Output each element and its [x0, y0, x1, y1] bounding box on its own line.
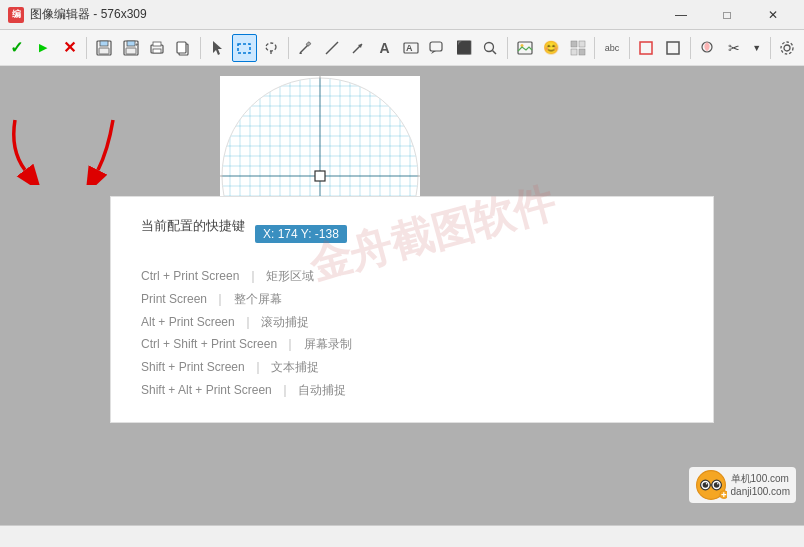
line-icon — [324, 40, 340, 56]
color-button[interactable] — [695, 34, 720, 62]
speech-button[interactable] — [425, 34, 450, 62]
settings-icon — [779, 40, 795, 56]
svg-rect-30 — [571, 41, 577, 47]
separator-7 — [690, 37, 691, 59]
svg-rect-9 — [153, 42, 161, 46]
crop-button[interactable] — [634, 34, 659, 62]
copy-button[interactable] — [171, 34, 196, 62]
svg-point-38 — [781, 42, 793, 54]
separator-8 — [770, 37, 771, 59]
svg-point-89 — [717, 483, 719, 485]
rect-select-icon — [236, 40, 252, 56]
rect-select-button[interactable] — [232, 34, 257, 62]
stamp-icon: ⬛ — [456, 40, 472, 55]
svg-marker-12 — [213, 41, 222, 55]
toolbar: ✓ ▶ ✕ + A A ⬛ 😊 — [0, 30, 804, 66]
close-button[interactable]: ✕ — [750, 0, 796, 30]
separator-5 — [594, 37, 595, 59]
svg-rect-1 — [100, 41, 108, 46]
mosaic-button[interactable] — [565, 34, 590, 62]
stamp-button[interactable]: ⬛ — [451, 34, 476, 62]
arrow-draw-icon — [350, 40, 366, 56]
emoji-icon: 😊 — [543, 40, 559, 55]
svg-point-37 — [784, 45, 790, 51]
list-item: Shift + Print Screen ｜ 文本捕捉 — [141, 356, 683, 379]
svg-rect-5 — [126, 48, 136, 54]
list-item: Ctrl + Print Screen ｜ 矩形区域 — [141, 265, 683, 288]
zoom-icon — [482, 40, 498, 56]
pen-icon — [297, 40, 313, 56]
text3-button[interactable]: abc — [599, 34, 624, 62]
edit-button[interactable]: ✂ — [721, 34, 746, 62]
svg-rect-31 — [579, 41, 585, 47]
lasso-button[interactable] — [258, 34, 283, 62]
save-as-icon: + — [123, 40, 139, 56]
play-button[interactable]: ▶ — [30, 34, 55, 62]
arrow-2 — [78, 110, 153, 185]
window-controls: — □ ✕ — [658, 0, 796, 30]
arrow-draw-button[interactable] — [345, 34, 370, 62]
color-icon — [699, 40, 715, 56]
save-as-button[interactable]: + — [118, 34, 143, 62]
svg-line-19 — [326, 42, 338, 54]
info-panel: 当前配置的快捷键 X: 174 Y: -138 Ctrl + Print Scr… — [110, 196, 714, 423]
svg-rect-13 — [238, 44, 250, 53]
list-item: Shift + Alt + Print Screen ｜ 自动捕捉 — [141, 379, 683, 402]
logo-text: 单机100.com danji100.com — [731, 472, 790, 498]
emoji-button[interactable]: 😊 — [539, 34, 564, 62]
confirm-button[interactable]: ✓ — [4, 34, 29, 62]
svg-point-14 — [266, 43, 276, 51]
shortcut-list: Ctrl + Print Screen ｜ 矩形区域 Print Screen … — [141, 265, 683, 402]
svg-point-88 — [713, 482, 719, 488]
speech-icon — [429, 40, 445, 56]
print-button[interactable] — [144, 34, 169, 62]
zoom-button[interactable] — [478, 34, 503, 62]
image-button[interactable] — [512, 34, 537, 62]
text-box-button[interactable]: A — [398, 34, 423, 62]
rect-draw-button[interactable] — [660, 34, 685, 62]
status-bar — [0, 525, 804, 547]
image-icon — [517, 40, 533, 56]
cancel-button[interactable]: ✕ — [57, 34, 82, 62]
separator-4 — [507, 37, 508, 59]
svg-line-27 — [493, 50, 497, 54]
confirm-icon: ✓ — [10, 38, 23, 57]
text3-icon: abc — [605, 43, 620, 53]
pointer-icon — [210, 40, 226, 56]
pen-button[interactable] — [292, 34, 317, 62]
rect-draw-icon — [665, 40, 681, 56]
play-icon: ▶ — [39, 41, 47, 54]
list-item: Ctrl + Shift + Print Screen ｜ 屏幕录制 — [141, 333, 683, 356]
svg-point-86 — [705, 483, 707, 485]
svg-rect-33 — [579, 49, 585, 55]
main-area: 当前配置的快捷键 X: 174 Y: -138 Ctrl + Print Scr… — [0, 66, 804, 525]
pointer-button[interactable] — [205, 34, 230, 62]
arrow-1 — [5, 110, 80, 185]
minimize-button[interactable]: — — [658, 0, 704, 30]
window-title: 图像编辑器 - 576x309 — [30, 6, 147, 23]
list-item: Print Screen ｜ 整个屏幕 — [141, 288, 683, 311]
line-button[interactable] — [319, 34, 344, 62]
dropdown-button[interactable]: ▼ — [748, 34, 766, 62]
copy-icon — [175, 40, 191, 56]
cancel-icon: ✕ — [63, 38, 76, 57]
svg-rect-8 — [153, 49, 161, 53]
text-box-icon: A — [403, 40, 419, 56]
svg-rect-32 — [571, 49, 577, 55]
separator-2 — [200, 37, 201, 59]
svg-point-26 — [485, 42, 494, 51]
crop-icon — [638, 40, 654, 56]
separator-1 — [86, 37, 87, 59]
save-button[interactable] — [91, 34, 116, 62]
title-bar-left: 编 图像编辑器 - 576x309 — [8, 6, 147, 23]
svg-text:A: A — [406, 43, 413, 53]
separator-3 — [288, 37, 289, 59]
svg-rect-24 — [430, 42, 442, 51]
coord-badge: X: 174 Y: -138 — [255, 225, 347, 243]
app-icon: 编 — [8, 7, 24, 23]
lasso-icon — [263, 40, 279, 56]
settings-button[interactable] — [775, 34, 800, 62]
logo-icon — [695, 469, 727, 501]
maximize-button[interactable]: □ — [704, 0, 750, 30]
text-button[interactable]: A — [372, 34, 397, 62]
